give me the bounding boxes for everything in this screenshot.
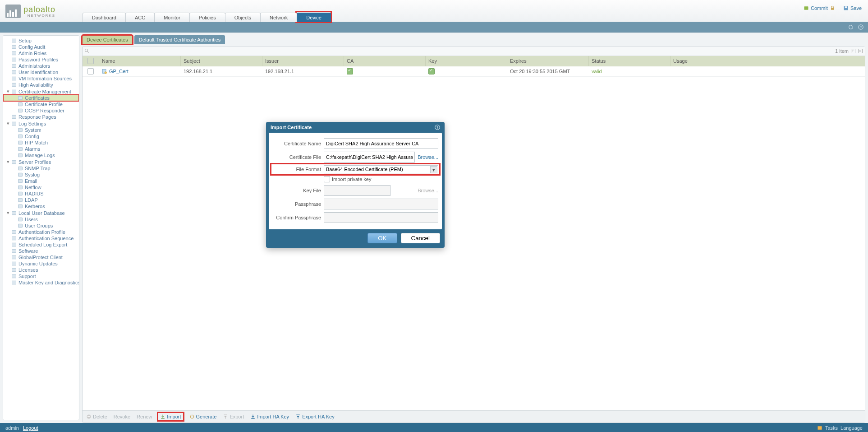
- col-key[interactable]: Key: [426, 56, 507, 66]
- brand-name: paloalto: [23, 5, 55, 14]
- col-issuer[interactable]: Issuer: [262, 56, 344, 66]
- sidebar-item-master-key-and-diagnostics[interactable]: Master Key and Diagnostics: [3, 279, 79, 286]
- sidebar-item-hip-match[interactable]: HIP Match: [3, 139, 79, 146]
- sidebar-item-password-profiles[interactable]: Password Profiles: [3, 56, 79, 63]
- commit-button[interactable]: Commit: [804, 5, 835, 11]
- tab-dashboard[interactable]: Dashboard: [83, 13, 126, 22]
- import-button[interactable]: Import: [160, 414, 181, 419]
- sidebar-item-config-audit[interactable]: Config Audit: [3, 44, 79, 50]
- row-checkbox[interactable]: [87, 68, 94, 74]
- tab-monitor[interactable]: Monitor: [154, 13, 190, 22]
- table-row[interactable]: GP_Cert 192.168.21.1 192.168.21.1 Oct 20…: [83, 66, 865, 77]
- sidebar-item-authentication-profile[interactable]: Authentication Profile: [3, 229, 79, 235]
- sidebar-item-label: User Groups: [25, 223, 53, 228]
- sidebar-item-certificate-management[interactable]: ▾Certificate Management: [3, 88, 79, 95]
- sidebar-item-alarms[interactable]: Alarms: [3, 146, 79, 152]
- sidebar-item-administrators[interactable]: Administrators: [3, 63, 79, 69]
- sidebar-item-scheduled-log-export[interactable]: Scheduled Log Export: [3, 242, 79, 248]
- sidebar-item-system[interactable]: System: [3, 127, 79, 133]
- sidebar-item-radius[interactable]: RADIUS: [3, 190, 79, 197]
- svg-rect-33: [12, 211, 16, 215]
- sidebar-item-config[interactable]: Config: [3, 133, 79, 139]
- cert-file-input[interactable]: [324, 152, 415, 163]
- col-subject[interactable]: Subject: [181, 56, 262, 66]
- col-ca[interactable]: CA: [344, 56, 426, 66]
- col-usage[interactable]: Usage: [671, 56, 865, 66]
- sidebar-item-ldap[interactable]: LDAP: [3, 197, 79, 203]
- tasks-link[interactable]: Tasks: [825, 425, 838, 431]
- sidebar-item-authentication-sequence[interactable]: Authentication Sequence: [3, 235, 79, 242]
- import-ha-key-button[interactable]: Import HA Key: [250, 414, 289, 419]
- col-name[interactable]: Name: [99, 56, 181, 66]
- sidebar-item-globalprotect-client[interactable]: GlobalProtect Client: [3, 254, 79, 260]
- logout-link[interactable]: Logout: [23, 425, 38, 431]
- save-button[interactable]: Save: [843, 5, 862, 11]
- sidebar-item-admin-roles[interactable]: Admin Roles: [3, 50, 79, 56]
- sidebar-item-vm-information-sources[interactable]: VM Information Sources: [3, 75, 79, 82]
- item-icon: [11, 44, 17, 50]
- tree-toggle-icon[interactable]: ▾: [6, 121, 10, 126]
- sidebar-item-syslog[interactable]: Syslog: [3, 172, 79, 178]
- sidebar-item-user-groups[interactable]: User Groups: [3, 223, 79, 229]
- import-private-key-checkbox[interactable]: [324, 176, 330, 182]
- export-ha-key-button[interactable]: Export HA Key: [295, 414, 335, 419]
- cancel-button[interactable]: Cancel: [401, 233, 441, 243]
- sidebar-item-snmp-trap[interactable]: SNMP Trap: [3, 165, 79, 172]
- certificate-icon: [102, 69, 107, 74]
- refresh-icon[interactable]: [848, 24, 854, 30]
- cert-name-input[interactable]: [324, 138, 438, 149]
- ok-button[interactable]: OK: [367, 233, 397, 243]
- item-icon: [18, 197, 23, 203]
- sidebar-item-manage-logs[interactable]: Manage Logs: [3, 152, 79, 158]
- sidebar-item-support[interactable]: Support: [3, 273, 79, 279]
- sidebar-item-kerberos[interactable]: Kerberos: [3, 203, 79, 209]
- col-expires[interactable]: Expires: [507, 56, 589, 66]
- select-all-checkbox[interactable]: [87, 58, 94, 64]
- sidebar-item-label: Password Profiles: [18, 57, 58, 62]
- tree-toggle-icon[interactable]: ▾: [6, 159, 10, 165]
- tab-default-trusted-ca[interactable]: Default Trusted Certificate Authorities: [134, 35, 225, 44]
- sidebar-item-user-identification[interactable]: User Identification: [3, 69, 79, 75]
- col-status[interactable]: Status: [589, 56, 671, 66]
- generate-button[interactable]: Generate: [189, 414, 217, 419]
- svg-rect-52: [161, 418, 165, 419]
- delete-button[interactable]: Delete: [86, 414, 107, 419]
- close-panel-icon[interactable]: [858, 48, 863, 54]
- tab-policies[interactable]: Policies: [189, 13, 225, 22]
- cert-file-browse-button[interactable]: Browse...: [418, 154, 438, 160]
- sidebar-item-local-user-database[interactable]: ▾Local User Database: [3, 209, 79, 216]
- sidebar-item-response-pages[interactable]: Response Pages: [3, 114, 79, 120]
- export-button[interactable]: Export: [223, 414, 244, 419]
- sidebar-item-users[interactable]: Users: [3, 216, 79, 223]
- sidebar: SetupConfig AuditAdmin RolesPassword Pro…: [3, 35, 79, 420]
- tab-acc[interactable]: ACC: [125, 13, 155, 22]
- dialog-help-icon[interactable]: ?: [435, 125, 440, 130]
- tab-device-certificates[interactable]: Device Certificates: [82, 35, 133, 44]
- file-format-select[interactable]: [324, 165, 438, 173]
- tab-objects[interactable]: Objects: [225, 13, 261, 22]
- expand-icon[interactable]: [850, 48, 856, 54]
- sidebar-item-dynamic-updates[interactable]: Dynamic Updates: [3, 260, 79, 267]
- sidebar-item-licenses[interactable]: Licenses: [3, 267, 79, 273]
- cert-name-link[interactable]: GP_Cert: [102, 69, 129, 74]
- help-icon[interactable]: ?: [858, 24, 863, 30]
- sidebar-item-software[interactable]: Software: [3, 248, 79, 254]
- sidebar-item-server-profiles[interactable]: ▾Server Profiles: [3, 158, 79, 165]
- sidebar-item-certificates[interactable]: Certificates: [3, 95, 79, 101]
- tree-toggle-icon[interactable]: ▾: [6, 210, 10, 216]
- main-tabs: Dashboard ACC Monitor Policies Objects N…: [83, 0, 331, 22]
- sidebar-item-high-availability[interactable]: High Availability: [3, 82, 79, 88]
- sidebar-item-log-settings[interactable]: ▾Log Settings: [3, 120, 79, 127]
- tab-network[interactable]: Network: [260, 13, 297, 22]
- sidebar-item-setup[interactable]: Setup: [3, 37, 79, 44]
- sidebar-item-netflow[interactable]: Netflow: [3, 184, 79, 190]
- language-link[interactable]: Language: [840, 425, 863, 431]
- search-icon[interactable]: [84, 48, 90, 54]
- renew-button[interactable]: Renew: [137, 414, 152, 419]
- revoke-button[interactable]: Revoke: [114, 414, 130, 419]
- tab-device[interactable]: Device: [297, 13, 331, 22]
- sidebar-item-ocsp-responder[interactable]: OCSP Responder: [3, 107, 79, 114]
- sidebar-item-certificate-profile[interactable]: Certificate Profile: [3, 101, 79, 107]
- tree-toggle-icon[interactable]: ▾: [6, 88, 10, 94]
- sidebar-item-email[interactable]: Email: [3, 178, 79, 184]
